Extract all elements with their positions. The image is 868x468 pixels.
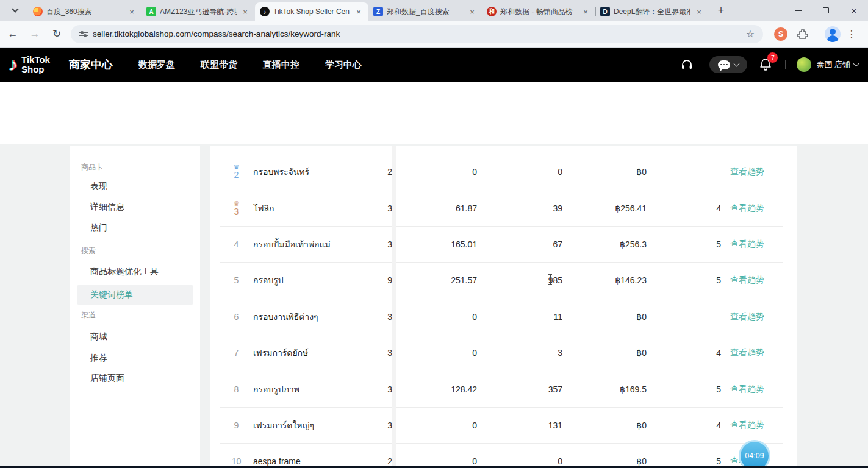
- view-trend-link[interactable]: 查看趋势: [723, 420, 783, 431]
- tab-title: TikTok Shop Seller Cente: [273, 7, 350, 16]
- clipped-value: 4: [647, 420, 723, 430]
- sidebar-section-channel: 渠道: [81, 310, 96, 321]
- nav-learning-center[interactable]: 学习中心: [325, 59, 362, 71]
- nav-affiliate[interactable]: 联盟带货: [201, 59, 237, 71]
- view-trend-link[interactable]: 查看趋势: [723, 166, 783, 177]
- tiktok-shop-logo[interactable]: ♪ TikTok Shop: [9, 54, 50, 75]
- chevron-down-icon[interactable]: [853, 61, 859, 67]
- url-text[interactable]: seller.tiktokglobalshop.com/compass/sear…: [93, 29, 746, 38]
- browser-tab-4[interactable]: Z 郑和数据_百度搜索 ×: [368, 2, 482, 21]
- value-cell: 61.87: [392, 204, 477, 213]
- value-cell: 0: [392, 420, 477, 430]
- browser-profile-avatar[interactable]: [825, 26, 841, 42]
- view-trend-link[interactable]: 查看趋势: [723, 311, 783, 322]
- address-bar[interactable]: seller.tiktokglobalshop.com/compass/sear…: [71, 25, 763, 43]
- rank-number: 7: [234, 348, 239, 358]
- keyword-cell: aespa frame: [253, 456, 383, 466]
- tab-close-icon[interactable]: ×: [581, 7, 590, 16]
- favicon-tiktok: ♪: [260, 7, 270, 16]
- tiktok-note-icon: ♪: [9, 54, 18, 75]
- site-settings-icon[interactable]: [79, 30, 88, 38]
- crown-icon: ♛: [234, 164, 240, 170]
- nav-data-compass[interactable]: 数据罗盘: [138, 59, 175, 71]
- value-cell: 39: [477, 204, 562, 213]
- sidebar-item-keyword-rank[interactable]: 关键词榜单: [77, 285, 193, 305]
- new-tab-button[interactable]: +: [712, 2, 730, 19]
- nav-live-console[interactable]: 直播中控: [263, 59, 299, 71]
- sidebar-item-trending[interactable]: 热门: [90, 222, 107, 233]
- table-row: 9 เฟรมการ์ดใหญ่ๆ 3 0 131 ฿0 4 查看趋势: [220, 407, 783, 443]
- clipped-value: 3: [383, 239, 392, 249]
- header-nav: 商家中心 数据罗盘 联盟带货 直播中控 学习中心: [69, 57, 362, 72]
- clipped-value: 4: [647, 348, 723, 358]
- clipped-value: 2: [383, 456, 392, 466]
- table-row: 4 กรอบปั้มมือเท้าพ่อแม่ 3 165.01 67 ฿256…: [220, 226, 783, 262]
- view-trend-link[interactable]: 查看趋势: [723, 239, 783, 250]
- forward-button[interactable]: →: [26, 25, 44, 43]
- sidebar-item-details[interactable]: 详细信息: [90, 202, 124, 213]
- browser-tab-6[interactable]: D DeepL翻译：全世界最准确 ×: [595, 2, 709, 21]
- trend-column-border: [723, 146, 723, 466]
- store-avatar[interactable]: [797, 57, 811, 72]
- keyword-rank-panel: ♛2 กรอบพระจันทร์ 2 0 0 ฿0 查看趋势 ♛3 โฟลิก …: [210, 146, 797, 466]
- browser-tab-1[interactable]: 百度_360搜索 ×: [28, 2, 142, 21]
- tab-close-icon[interactable]: ×: [240, 7, 250, 16]
- browser-tab-tiktok-active[interactable]: ♪ TikTok Shop Seller Cente ×: [255, 2, 368, 21]
- clipped-value: 3: [383, 312, 392, 322]
- tab-title: AMZ123亚马逊导航-跨境: [160, 7, 237, 17]
- header-divider: [59, 58, 59, 71]
- value-cell: 0: [392, 167, 477, 177]
- browser-menu-icon[interactable]: ⋮: [847, 28, 856, 40]
- window-minimize-button[interactable]: [784, 0, 812, 21]
- window-maximize-button[interactable]: [812, 0, 840, 21]
- maximize-icon: [823, 7, 829, 13]
- view-trend-link[interactable]: 查看趋势: [723, 203, 783, 214]
- rank-number: 2: [234, 170, 239, 180]
- notifications-button[interactable]: 7: [759, 58, 772, 71]
- tab-search-button[interactable]: [6, 2, 24, 18]
- clipped-value: 3: [383, 348, 392, 358]
- crown-icon: ♛: [234, 200, 240, 207]
- value-cell: 131: [477, 420, 562, 430]
- keyword-cell: กรอบปั้มมือเท้าพ่อแม่: [253, 238, 383, 251]
- floating-clock-badge[interactable]: 04:09: [739, 440, 770, 468]
- favicon-amz123: A: [146, 7, 156, 16]
- browser-tab-2[interactable]: A AMZ123亚马逊导航-跨境 ×: [142, 2, 255, 21]
- sidebar: 商品卡 表现 详细信息 热门 搜索 商品标题优化工具 关键词榜单 渠道 商城 推…: [70, 146, 200, 466]
- sidebar-item-title-optimizer[interactable]: 商品标题优化工具: [90, 266, 159, 277]
- sidebar-item-performance[interactable]: 表现: [90, 181, 107, 192]
- toolbar-divider: [817, 29, 817, 40]
- tab-title: DeepL翻译：全世界最准确: [614, 7, 690, 17]
- value-cell: 0: [392, 456, 477, 466]
- tab-close-icon[interactable]: ×: [694, 7, 704, 16]
- support-headset-icon[interactable]: [680, 58, 694, 71]
- tab-close-icon[interactable]: ×: [467, 7, 477, 16]
- view-trend-link[interactable]: 查看趋势: [723, 384, 783, 395]
- clipped-value: 5: [647, 239, 723, 249]
- extensions-puzzle-icon[interactable]: [797, 29, 808, 40]
- store-name[interactable]: 泰国 店铺: [816, 59, 850, 70]
- view-trend-link[interactable]: 查看趋势: [723, 347, 783, 358]
- keyword-cell: โฟลิก: [253, 202, 383, 215]
- value-cell: 251.57: [392, 275, 477, 285]
- bookmark-star-icon[interactable]: ☆: [746, 28, 755, 40]
- tab-close-icon[interactable]: ×: [354, 7, 364, 16]
- messages-button[interactable]: [709, 56, 747, 73]
- extension-s-icon[interactable]: S: [774, 27, 787, 41]
- back-button[interactable]: ←: [4, 25, 22, 43]
- reload-button[interactable]: ↻: [48, 25, 66, 43]
- header-divider: [785, 60, 786, 69]
- table-row: ♛2 กรอบพระจันทร์ 2 0 0 ฿0 查看趋势: [220, 154, 783, 190]
- gmv-cell: ฿0: [562, 312, 647, 322]
- sidebar-item-shop-page[interactable]: 店铺页面: [90, 373, 124, 384]
- clipped-value: 2: [383, 167, 392, 177]
- sidebar-item-recommend[interactable]: 推荐: [90, 353, 107, 364]
- nav-seller-center[interactable]: 商家中心: [69, 57, 113, 72]
- tab-close-icon[interactable]: ×: [127, 7, 137, 16]
- chevron-down-icon: [12, 5, 18, 12]
- header-right: 7 泰国 店铺: [680, 56, 858, 73]
- view-trend-link[interactable]: 查看趋势: [723, 275, 783, 286]
- sidebar-item-mall[interactable]: 商城: [90, 332, 107, 342]
- browser-tab-5[interactable]: 和 郑和数据 - 畅销商品榜 ×: [482, 2, 595, 21]
- window-close-button[interactable]: ×: [840, 0, 868, 21]
